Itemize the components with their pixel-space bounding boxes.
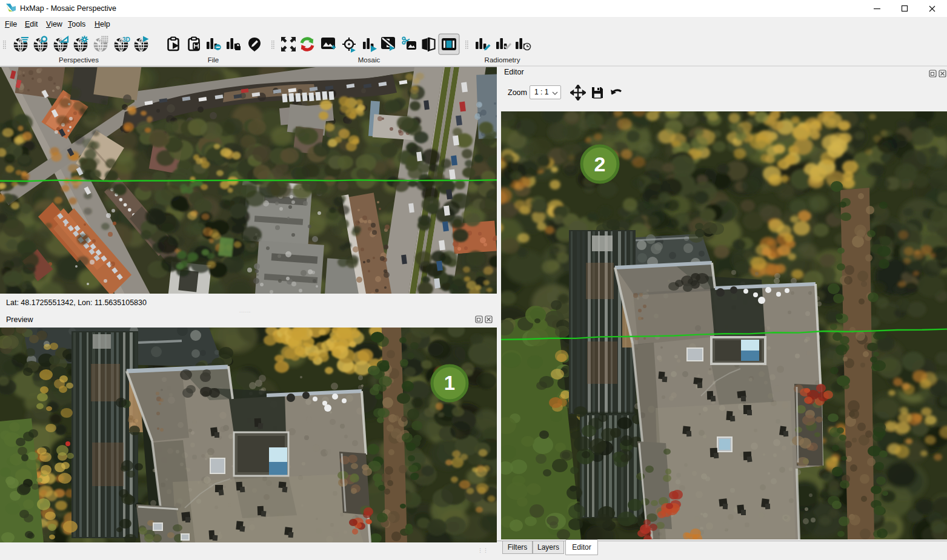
svg-text:2: 2 (594, 153, 606, 176)
svg-text:1: 1 (444, 372, 455, 394)
svg-text:File: File (208, 56, 219, 64)
svg-text:Radiometry: Radiometry (485, 56, 520, 64)
svg-text:Mosaic: Mosaic (358, 56, 380, 64)
svg-text:Perspectives: Perspectives (59, 56, 99, 64)
svg-text:3D: 3D (122, 36, 130, 43)
